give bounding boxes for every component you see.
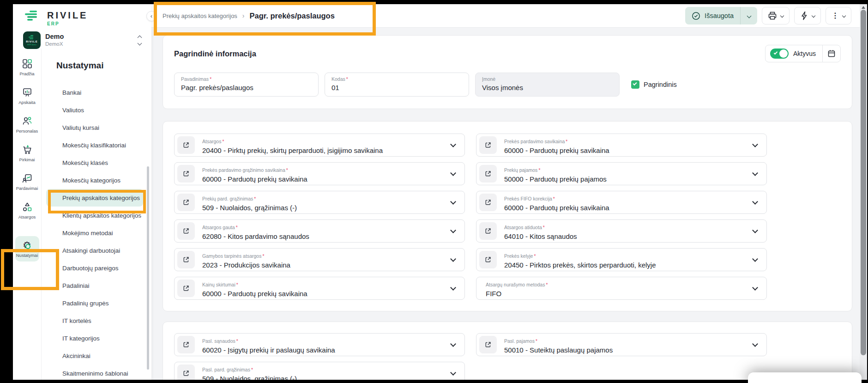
select-label: Prekių pard. grąžinimas*: [202, 196, 256, 201]
chevron-down-icon[interactable]: [450, 341, 456, 347]
rail-item-pradzia[interactable]: Pradžia: [14, 59, 41, 76]
page-scrollbar[interactable]: [860, 4, 867, 380]
menu-item-padaliniu-grupes[interactable]: Padalinių grupės: [42, 294, 151, 312]
select-value: 509 - Nuolaidos, grąžinimas (-): [202, 204, 446, 212]
open-link-button[interactable]: [177, 336, 195, 353]
field-value: 01: [332, 84, 463, 91]
account-select[interactable]: Prekių pard. grąžinimas*509 - Nuolaidos,…: [174, 191, 465, 214]
account-select[interactable]: Pasl. pajamos*50010 - Suteiktų paslaugų …: [476, 333, 767, 356]
open-link-button[interactable]: [479, 336, 497, 353]
menu-item-mokejimo-metodai[interactable]: Mokėjimo metodai: [42, 224, 151, 242]
chevron-down-icon[interactable]: [752, 199, 758, 205]
account-select[interactable]: Kainų skirtumai*60000 - Parduotų prekių …: [174, 277, 465, 300]
menu-item-it-korteles[interactable]: IT kortelės: [42, 312, 151, 329]
chevron-down-icon[interactable]: [450, 285, 456, 291]
scroll-up-arrow-icon[interactable]: [862, 6, 865, 9]
menu-item-darbuotoju-pareigos[interactable]: Darbuotojų pareigos: [42, 259, 151, 277]
select-value: 64010 - Kitos sąnaudos: [504, 232, 747, 240]
more-menu-button[interactable]: ⋮: [826, 7, 851, 24]
checkbox-checked-icon[interactable]: [631, 80, 639, 89]
back-button[interactable]: ‹: [146, 11, 157, 21]
account-select[interactable]: Prekės pardavimo savikaina*60000 - Pardu…: [476, 134, 767, 157]
workspace-switch-icon[interactable]: [138, 36, 141, 45]
menu-item-mokesciu-klases[interactable]: Mokesčių klasės: [42, 154, 151, 171]
account-select[interactable]: Prekės kelyje*20450 - Pirktos prekės, sk…: [476, 248, 767, 271]
name-field[interactable]: Pavadinimas* Pagr. prekės/paslaugos: [174, 73, 319, 97]
menu-item-valiutu-kursai[interactable]: Valiutų kursai: [42, 119, 151, 136]
help-widget[interactable]: [748, 372, 862, 383]
account-select[interactable]: Atsargos gauta*62080 - Kitos pardavimo s…: [174, 219, 465, 243]
menu-item-mokesciu-klasifikatoriai[interactable]: Mokesčių klasifikatoriai: [42, 136, 151, 154]
menu-item-bankai[interactable]: Bankai: [42, 84, 151, 101]
chevron-down-icon[interactable]: [450, 199, 456, 205]
open-link-button[interactable]: [177, 194, 195, 211]
open-link-button[interactable]: [177, 136, 195, 154]
chevron-down-icon[interactable]: [450, 227, 456, 233]
main-checkbox[interactable]: Pagrindinis: [631, 80, 677, 89]
chevron-down-icon[interactable]: [752, 285, 758, 291]
actions-button[interactable]: [794, 7, 821, 24]
menu-item-prekiu-apskaitos-kategorijos[interactable]: Prekių apskaitos kategorijos: [46, 189, 143, 207]
breadcrumb-parent[interactable]: Prekių apskaitos kategorijos: [163, 12, 237, 19]
select-value: 509 - Nuolaidos, grąžinimas (-): [202, 375, 446, 380]
chevron-down-icon[interactable]: [752, 341, 758, 347]
account-select[interactable]: Prekės pardavimo grąžinimo savikaina*600…: [174, 162, 465, 185]
open-link-button[interactable]: [479, 194, 497, 211]
menu-item-skaitmeninimo-sablonai[interactable]: Skaitmeninimo šablonai: [42, 365, 151, 380]
open-link-button[interactable]: [479, 251, 497, 268]
rail-item-nustatymai[interactable]: ⚙ Nustatymai: [15, 236, 39, 261]
open-link-button[interactable]: [479, 222, 497, 240]
chevron-down-icon[interactable]: [450, 170, 456, 176]
account-select[interactable]: Atsargos*20400 - Pirktų prekių, skirtų p…: [174, 134, 465, 157]
chevron-down-icon[interactable]: [450, 141, 456, 147]
menu-item-atsakingi-darbuotojai[interactable]: Atsakingi darbuotojai: [42, 242, 151, 259]
workspace-logo-text: RIVILE: [26, 40, 37, 43]
account-select[interactable]: Prekės FIFO korekcija*60000 - Parduotų p…: [476, 191, 767, 214]
account-select[interactable]: Pasl. pard. grąžinimas*509 - Nuolaidos, …: [174, 362, 465, 380]
rail-label: Atsargos: [18, 214, 36, 219]
chevron-down-icon[interactable]: [450, 370, 456, 376]
account-select[interactable]: Gamybos tarpinės atsargos*2023 - Produkc…: [174, 248, 465, 271]
rail-item-apskaita[interactable]: Apskaita: [14, 87, 41, 105]
account-select[interactable]: Prekių pajamos*50000 - Parduotų prekių p…: [476, 162, 767, 185]
account-select[interactable]: Atsargos atiduota*64010 - Kitos sąnaudos: [476, 219, 767, 243]
chevron-down-icon[interactable]: [752, 170, 758, 176]
chevron-down-icon[interactable]: [752, 227, 758, 233]
open-link-button[interactable]: [479, 136, 497, 154]
menu-item-valiutos[interactable]: Valiutos: [42, 101, 151, 119]
menu-item-padaliniai[interactable]: Padaliniai: [42, 277, 151, 294]
saved-status-button[interactable]: Išsaugota: [685, 7, 757, 24]
scrollbar-thumb[interactable]: [861, 10, 866, 355]
print-button[interactable]: [762, 7, 790, 24]
open-link-button[interactable]: [177, 280, 195, 297]
open-link-button[interactable]: [479, 165, 497, 182]
submenu-scrollbar[interactable]: [147, 166, 149, 370]
rail-item-pirkimai[interactable]: Pirkimai: [14, 145, 41, 162]
calendar-button[interactable]: [823, 45, 840, 62]
menu-item-akcininkai[interactable]: Akcininkai: [42, 347, 151, 365]
open-link-button[interactable]: [177, 165, 195, 182]
menu-item-it-kategorijos[interactable]: IT kategorijos: [42, 329, 151, 347]
field-value: Visos įmonės: [482, 84, 614, 91]
shapes-icon: [22, 202, 32, 212]
rail-item-atsargos[interactable]: Atsargos: [14, 202, 41, 219]
toggle-knob: [779, 49, 788, 58]
rail-item-personalas[interactable]: Personalas: [14, 116, 41, 134]
active-toggle[interactable]: [770, 49, 789, 59]
open-link-button[interactable]: [177, 365, 195, 380]
menu-item-klientu-apskaitos-kategorijos[interactable]: Klientų apskaitos kategorijos: [42, 207, 151, 224]
open-link-button[interactable]: [177, 251, 195, 268]
account-select[interactable]: Pasl. sąnaudos*60020 - Įsigytų prekių ir…: [174, 333, 465, 356]
chevron-down-icon[interactable]: [450, 256, 456, 262]
chevron-down-icon[interactable]: [752, 256, 758, 262]
writeoff-method-select[interactable]: Atsargų nurašymo metodas*FIFO: [476, 277, 767, 300]
saved-dropdown-chevron[interactable]: [741, 14, 757, 18]
rail-item-pardavimai[interactable]: Pardavimai: [14, 173, 41, 191]
code-field[interactable]: Kodas* 01: [325, 73, 469, 97]
menu-item-mokesciu-kategorijos[interactable]: Mokesčių kategorijos: [42, 171, 151, 189]
printer-icon: [768, 11, 777, 20]
workspace-selector[interactable]: RIVILE ERP demo Demo DemoX: [18, 31, 147, 49]
open-link-button[interactable]: [177, 222, 195, 240]
select-label: Atsargų nurašymo metodas*: [486, 282, 548, 287]
chevron-down-icon[interactable]: [752, 141, 758, 147]
